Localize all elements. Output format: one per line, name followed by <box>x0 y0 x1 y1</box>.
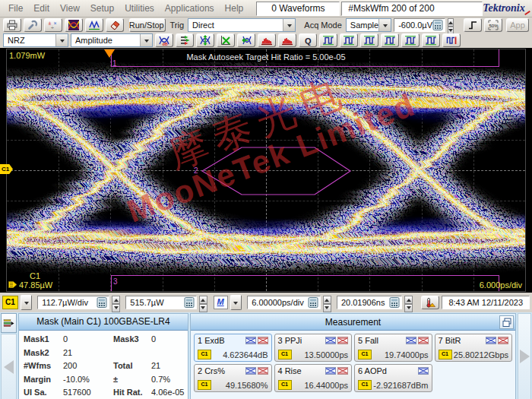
trigger-source-value: Direct <box>192 21 214 30</box>
clear-button[interactable] <box>106 18 124 32</box>
mask-test-button[interactable] <box>65 18 83 32</box>
calculator-icon[interactable] <box>432 20 443 30</box>
print-button[interactable] <box>3 18 21 32</box>
noise-histogram-button[interactable] <box>278 33 296 47</box>
inverted-pulse-button[interactable] <box>360 33 378 47</box>
eye-width-button[interactable] <box>217 33 235 47</box>
step-up-icon[interactable] <box>199 296 207 304</box>
eye-mask-icon-blue[interactable] <box>325 367 336 375</box>
menu-edit[interactable]: Edit <box>28 2 55 15</box>
eye-mask-icon-red[interactable] <box>337 337 348 344</box>
step-up-icon[interactable] <box>112 296 120 304</box>
app-button[interactable]: App <box>506 18 529 32</box>
step-up-icon[interactable] <box>448 18 454 27</box>
channel-badge[interactable]: C1 <box>2 296 18 309</box>
eye-mask-icon-red[interactable] <box>418 337 429 344</box>
step-up-icon[interactable] <box>404 296 413 304</box>
horizontal-scale-field[interactable]: 6.00000ps/div <box>247 296 321 309</box>
step-down-icon[interactable] <box>199 304 207 312</box>
expand-right-button[interactable] <box>518 313 531 399</box>
calculator-icon[interactable] <box>184 297 195 308</box>
chevron-down-icon[interactable] <box>283 19 295 31</box>
chevron-down-icon[interactable] <box>140 34 152 46</box>
waveform-display[interactable]: Mask Autoseek Target Hit Ratio = 5.00e-0… <box>0 48 532 293</box>
set-50-percent-button[interactable] <box>484 18 502 32</box>
eye-mask-icon-blue[interactable] <box>245 337 256 344</box>
trigger-position-marker[interactable] <box>104 49 115 58</box>
calculator-icon[interactable] <box>308 297 318 308</box>
measurement-tile-bitr[interactable]: 7 BitR C1 25.80212Gbps <box>435 334 513 362</box>
eye-mask-icon-blue[interactable] <box>406 337 416 344</box>
setup-button[interactable] <box>24 18 42 32</box>
step-up-icon[interactable] <box>323 296 331 304</box>
trigger-level-stepper[interactable] <box>448 18 454 32</box>
menu-setup[interactable]: Setup <box>85 2 119 15</box>
measurement-tile-crs[interactable]: 2 Crs% C1 49.15680% <box>194 364 272 392</box>
step-down-icon[interactable] <box>323 304 331 312</box>
eye-mask-icon-blue[interactable] <box>245 367 256 375</box>
menu-view[interactable]: View <box>55 2 85 15</box>
eye-mask-icon-red[interactable] <box>337 367 348 375</box>
pulse-width-button[interactable] <box>422 33 440 47</box>
jitter-histogram-button[interactable] <box>258 33 276 47</box>
measurement-tile-aopd[interactable]: 6 AOPd C1 -2.921687dBm <box>354 364 432 392</box>
collapse-left-button[interactable] <box>1 334 17 399</box>
horizontal-scale-stepper[interactable] <box>323 296 331 309</box>
eye-left-button[interactable] <box>237 33 255 47</box>
step-down-icon[interactable] <box>112 304 120 312</box>
menu-utilities[interactable]: Utilities <box>119 2 160 15</box>
eye-mask-icon-blue[interactable] <box>418 367 429 375</box>
channel-select-arrow[interactable] <box>21 295 33 310</box>
menu-file[interactable]: File <box>3 2 28 15</box>
chevron-down-icon[interactable] <box>378 19 391 31</box>
extinction-ratio-button[interactable] <box>155 33 173 47</box>
margin-label: Margin <box>24 375 63 384</box>
burst-width-button[interactable] <box>442 33 461 47</box>
temperature-status-button[interactable] <box>421 296 439 309</box>
measure-category-select[interactable]: Amplitude <box>71 33 153 47</box>
rise-fall-pulse-button[interactable] <box>340 33 358 47</box>
panel-layers-button[interactable] <box>1 313 17 333</box>
acq-mode-select[interactable]: Sample <box>346 18 391 32</box>
eye-height-button[interactable] <box>196 33 214 47</box>
trigger-level-field[interactable]: -600.0µV <box>394 18 445 32</box>
duty-cycle-button[interactable] <box>401 33 420 47</box>
eye-mask-icon-blue[interactable] <box>486 337 496 344</box>
horizontal-position-field[interactable]: 20.01906ns <box>337 296 402 309</box>
measurement-tile-fall[interactable]: 5 Fall C1 19.74000ps <box>354 334 432 362</box>
vertical-offset-field[interactable]: 515.7µW <box>125 296 196 309</box>
panel-restore-button[interactable] <box>499 315 514 329</box>
eye-mask-icon-red[interactable] <box>498 337 508 344</box>
eye-mask-icon-blue[interactable] <box>325 337 336 344</box>
signal-type-select[interactable]: NRZ <box>3 33 68 47</box>
period-button[interactable] <box>381 33 399 47</box>
trigger-source-select[interactable]: Direct <box>188 18 296 32</box>
step-down-icon[interactable] <box>404 304 413 312</box>
calculator-icon[interactable] <box>389 297 400 308</box>
vertical-scale-stepper[interactable] <box>112 296 120 309</box>
measurement-tile-rise[interactable]: 4 Rise C1 16.44000ps <box>274 364 353 392</box>
eye-mask-icon-red[interactable] <box>258 337 268 344</box>
positive-pulse-button[interactable] <box>319 33 337 47</box>
vertical-scale-field[interactable]: 112.7µW/div <box>37 296 109 309</box>
q-factor-button[interactable] <box>299 33 317 47</box>
measurement-tile-exdb[interactable]: 1 ExdB C1 4.623644dB <box>194 334 272 362</box>
measure-button[interactable] <box>85 18 103 32</box>
trigger-slope-button[interactable] <box>464 18 482 32</box>
tile-value: 13.50000ps <box>305 350 349 359</box>
measurement-tile-ppji[interactable]: 3 PPJi C1 13.50000ps <box>274 334 353 362</box>
math-icon <box>48 20 59 30</box>
crossing-percent-button[interactable] <box>176 33 194 47</box>
math-button[interactable] <box>44 18 62 32</box>
timebase-badge[interactable]: M <box>214 296 228 309</box>
vertical-offset-stepper[interactable] <box>199 296 207 309</box>
menu-help[interactable]: Help <box>220 2 249 15</box>
timebase-select-arrow[interactable] <box>230 295 242 310</box>
calculator-icon[interactable] <box>97 297 107 308</box>
eye-mask-icon-red[interactable] <box>258 367 268 375</box>
run-stop-button[interactable]: Run/Stop <box>129 18 166 32</box>
menu-applications[interactable]: Applications <box>160 2 220 15</box>
trig-label: Trig <box>168 21 185 30</box>
horizontal-position-stepper[interactable] <box>404 296 413 309</box>
chevron-down-icon[interactable] <box>55 34 68 46</box>
